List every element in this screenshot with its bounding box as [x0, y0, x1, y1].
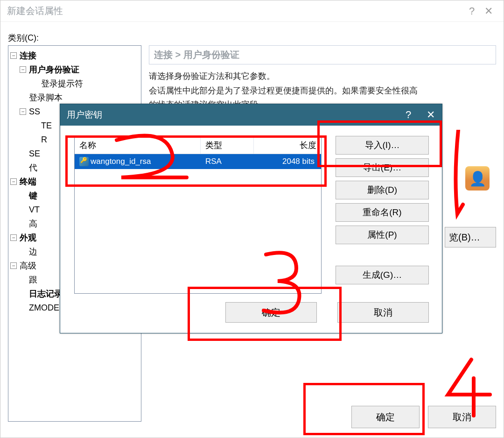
close-icon[interactable]: ✕ [420, 109, 442, 121]
tree-log[interactable]: 日志记录 [29, 287, 63, 301]
category-label: 类别(C): [8, 32, 496, 43]
tree-connection[interactable]: 连接 [20, 49, 36, 63]
tree-vt[interactable]: VT [29, 203, 40, 217]
key-button-column: 导入(I)… 导出(E)… 删除(D) 重命名(R) 属性(P) 生成(G)… [336, 136, 429, 284]
rename-button[interactable]: 重命名(R) [336, 203, 429, 222]
tree-terminal[interactable]: 终端 [20, 175, 36, 189]
key-bottom-buttons: 确定 取消 [225, 302, 429, 323]
col-name[interactable]: 名称 [75, 136, 201, 154]
tree-login-script[interactable]: 登录脚本 [29, 91, 63, 105]
col-length[interactable]: 长度 [254, 136, 321, 154]
tree-trace[interactable]: 跟 [29, 273, 37, 287]
tree-r[interactable]: R [41, 133, 47, 147]
key-cancel-button[interactable]: 取消 [337, 302, 429, 323]
key-list-header: 名称 类型 长度 [75, 136, 321, 154]
cancel-button[interactable]: 取消 [428, 406, 496, 428]
key-list[interactable]: 名称 类型 长度 wangtong_id_rsa RSA 2048 bits [74, 136, 322, 294]
tree-ss[interactable]: SS [29, 105, 40, 119]
key-list-row[interactable]: wangtong_id_rsa RSA 2048 bits [75, 154, 321, 169]
tree-advanced[interactable]: 高级 [20, 259, 36, 273]
expander-icon[interactable]: − [20, 108, 26, 115]
tree-key[interactable]: 键 [29, 189, 37, 203]
key-dialog-body: 名称 类型 长度 wangtong_id_rsa RSA 2048 bits 导… [60, 126, 442, 333]
tree-te[interactable]: TE [41, 119, 52, 133]
col-type[interactable]: 类型 [201, 136, 254, 154]
export-button[interactable]: 导出(E)… [336, 158, 429, 177]
expander-icon[interactable]: − [20, 66, 26, 73]
tree-proxy[interactable]: 代 [29, 161, 37, 175]
user-avatar-icon: 👤 [465, 166, 490, 191]
expander-icon[interactable]: − [10, 52, 17, 59]
key-dialog-title: 用户密钥 [67, 109, 102, 121]
close-icon[interactable]: ✕ [480, 5, 497, 17]
tree-margin[interactable]: 边 [29, 245, 37, 259]
main-title: 新建会话属性 [7, 5, 63, 17]
tree-adv[interactable]: 高 [29, 217, 37, 231]
tree-appearance[interactable]: 外观 [20, 231, 36, 245]
browse-button[interactable]: 览(B)… [445, 227, 496, 247]
expander-icon[interactable]: − [10, 234, 17, 241]
delete-button[interactable]: 删除(D) [336, 181, 429, 199]
property-button[interactable]: 属性(P) [336, 226, 429, 244]
tree-login-prompt[interactable]: 登录提示符 [41, 77, 83, 91]
expander-icon[interactable]: − [10, 262, 17, 269]
key-icon [79, 157, 89, 166]
import-button[interactable]: 导入(I)… [336, 136, 429, 155]
tree-se[interactable]: SE [29, 147, 40, 161]
ok-button[interactable]: 确定 [351, 406, 420, 428]
key-ok-button[interactable]: 确定 [225, 302, 317, 323]
breadcrumb: 连接 > 用户身份验证 [149, 45, 496, 64]
tree-user-auth[interactable]: 用户身份验证 [29, 63, 79, 77]
generate-button[interactable]: 生成(G)… [336, 266, 429, 284]
help-icon[interactable]: ? [397, 109, 420, 121]
key-titlebar: 用户密钥 ? ✕ [60, 104, 442, 126]
main-titlebar: 新建会话属性 ? ✕ [0, 0, 504, 22]
help-icon[interactable]: ? [463, 5, 480, 17]
user-key-dialog: 用户密钥 ? ✕ 名称 类型 长度 wangtong_id_rsa RSA 20… [60, 104, 442, 333]
main-bottom-buttons: 确定 取消 [351, 406, 496, 428]
expander-icon[interactable]: − [10, 178, 17, 185]
